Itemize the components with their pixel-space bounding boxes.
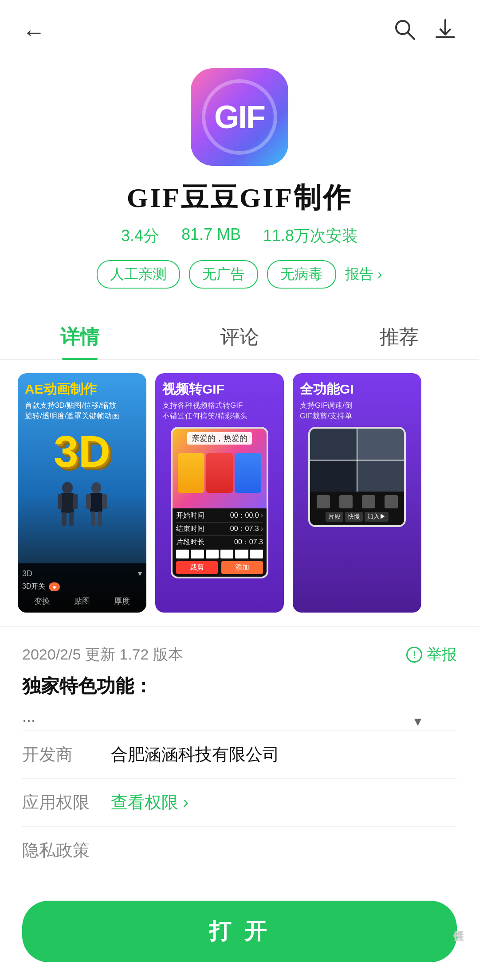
- permissions-row: 应用权限 查看权限 ›: [22, 778, 457, 826]
- warning-icon: !: [406, 647, 422, 663]
- sc1-warriors: [18, 477, 146, 530]
- add-button[interactable]: 添加: [221, 561, 263, 574]
- tabs: 详情 评论 推荐: [0, 315, 479, 360]
- developer-label: 开发商: [22, 743, 111, 766]
- svg-rect-6: [58, 494, 62, 509]
- svg-rect-5: [61, 493, 74, 513]
- app-tags: 人工亲测 无广告 无病毒 报告 ›: [97, 260, 382, 289]
- tag-no-ads: 无广告: [189, 260, 258, 289]
- screenshot-1: AE动画制作 首款支持3D/贴图/位移/缩放旋转/透明度/遮罩关键帧动画 3D: [18, 373, 146, 613]
- privacy-label: 隐私政策: [22, 839, 111, 862]
- search-button[interactable]: [393, 18, 416, 46]
- crop-button[interactable]: 裁剪: [176, 561, 218, 574]
- tab-recommend[interactable]: 推荐: [362, 315, 436, 359]
- sc1-3d-text: 3D: [18, 426, 146, 477]
- app-icon: GIF: [191, 68, 288, 166]
- sc1-bottom-bar: 3D ▾ 3D开关 ● 变换 贴图 厚度: [18, 563, 146, 613]
- app-icon-text: GIF: [214, 99, 265, 135]
- svg-rect-15: [98, 511, 102, 526]
- svg-rect-11: [90, 493, 102, 512]
- app-rating: 3.4分: [121, 225, 159, 247]
- download-button[interactable]: [434, 18, 457, 46]
- feature-title: 独家特色功能：: [22, 674, 457, 699]
- app-info: 2020/2/5 更新 1.72 版本 ! 举报 独家特色功能： ... ▾ 开…: [0, 626, 479, 892]
- svg-rect-7: [73, 494, 78, 509]
- app-installs: 11.8万次安装: [263, 225, 358, 247]
- svg-point-10: [91, 482, 101, 494]
- open-button[interactable]: 打 开: [22, 901, 457, 962]
- svg-rect-8: [62, 512, 67, 526]
- app-meta: 3.4分 81.7 MB 11.8万次安装: [121, 225, 358, 247]
- update-row: 2020/2/5 更新 1.72 版本 ! 举报: [22, 644, 457, 665]
- top-bar-icons: [393, 18, 457, 46]
- developer-value: 合肥涵涵科技有限公司: [111, 743, 279, 766]
- open-button-container: 打 开: [0, 892, 479, 980]
- tab-review[interactable]: 评论: [202, 315, 277, 359]
- permissions-label: 应用权限: [22, 791, 111, 814]
- svg-point-4: [62, 482, 73, 494]
- sc3-subtitle: 支持GIF调速/倒GIF裁剪/支持单: [293, 400, 421, 422]
- expand-button[interactable]: ▾: [414, 713, 421, 730]
- back-button[interactable]: ←: [22, 19, 45, 45]
- time-start-label: 开始时间: [176, 511, 204, 520]
- feature-desc: ...: [22, 707, 421, 726]
- screenshot-2: 视频转GIF 支持各种视频格式转GIF不错过任何搞笑/精彩镜头 亲爱的，热爱的 …: [155, 373, 284, 613]
- report-button[interactable]: ! 举报: [406, 644, 457, 665]
- tab-detail[interactable]: 详情: [43, 315, 117, 359]
- report-tag[interactable]: 报告 ›: [345, 260, 382, 289]
- permissions-link[interactable]: 查看权限 ›: [111, 791, 188, 814]
- app-header: GIF GIF豆豆GIF制作 3.4分 81.7 MB 11.8万次安装 人工亲…: [0, 55, 479, 297]
- time-duration-label: 片段时长: [176, 538, 204, 547]
- time-end-label: 结束时间: [176, 524, 204, 534]
- sc2-title: 视频转GIF: [155, 373, 284, 400]
- screenshot-3: 全功能GI 支持GIF调速/倒GIF裁剪/支持单 片段 快慢 加入: [293, 373, 421, 613]
- sc1-title: AE动画制作: [18, 373, 146, 400]
- privacy-row: 隐私政策: [22, 826, 457, 874]
- developer-row: 开发商 合肥涵涵科技有限公司: [22, 730, 457, 778]
- tag-no-virus: 无病毒: [267, 260, 336, 289]
- top-bar: ←: [0, 0, 479, 55]
- svg-rect-9: [69, 512, 74, 526]
- sc3-title: 全功能GI: [293, 373, 421, 400]
- app-name: GIF豆豆GIF制作: [127, 179, 352, 216]
- screenshots-carousel: AE动画制作 首款支持3D/贴图/位移/缩放旋转/透明度/遮罩关键帧动画 3D: [0, 360, 479, 626]
- sc2-subtitle: 支持各种视频格式转GIF不错过任何搞笑/精彩镜头: [155, 400, 284, 422]
- app-size: 81.7 MB: [181, 225, 241, 247]
- svg-rect-13: [102, 494, 107, 509]
- svg-rect-12: [86, 494, 91, 509]
- warrior-2: [84, 481, 109, 526]
- sc1-bottom-labels: 变换 贴图 厚度: [22, 593, 142, 609]
- warrior-1: [55, 481, 80, 526]
- sc1-subtitle: 首款支持3D/贴图/位移/缩放旋转/透明度/遮罩关键帧动画: [18, 400, 146, 422]
- sc2-show-title: 亲爱的，热爱的: [187, 432, 252, 445]
- update-date: 2020/2/5 更新 1.72 版本: [22, 644, 183, 665]
- svg-line-1: [408, 32, 414, 39]
- svg-rect-14: [91, 511, 95, 526]
- tag-manual-tested: 人工亲测: [97, 260, 180, 289]
